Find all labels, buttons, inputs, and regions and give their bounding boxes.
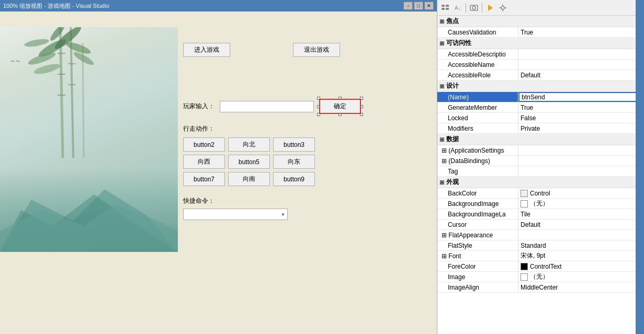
prop-row-flatstyle[interactable]: FlatStyle Standard [437, 240, 644, 251]
prop-value-databindings [518, 156, 644, 166]
prop-name-causesvalidation: CausesValidation [437, 27, 518, 37]
toolbar-separator-1 [466, 3, 466, 13]
prop-row-forecolor[interactable]: ForeColor ControlText [437, 261, 644, 272]
section-expand-design[interactable]: ▣ [439, 83, 444, 89]
title-bar-buttons: － □ ✕ [403, 2, 434, 10]
movement-btn-8[interactable]: button9 [273, 172, 315, 186]
prop-value-cursor: Default [518, 220, 644, 229]
svg-rect-20 [446, 5, 449, 7]
prop-name-flatstyle: FlatStyle [437, 240, 518, 250]
prop-name-accessiblerole: AccessibleRole [437, 70, 518, 80]
categorized-icon [441, 4, 449, 12]
movement-btn-6[interactable]: button7 [183, 172, 225, 186]
prop-name-generatemember: GenerateMember [437, 102, 518, 112]
prop-row-name[interactable]: (Name) btnSend [437, 92, 644, 102]
movement-section: 行走动作： button2 向北 button3 向西 button5 向东 b… [183, 124, 426, 186]
maximize-button[interactable]: □ [414, 2, 423, 10]
birds: 〜 〜 [10, 59, 20, 64]
section-label-focus: 焦点 [446, 17, 459, 26]
close-button[interactable]: ✕ [424, 2, 434, 10]
prop-tool-settings[interactable] [497, 2, 509, 14]
prop-row-causesvalidation[interactable]: CausesValidation True [437, 27, 644, 38]
shortcut-combobox[interactable]: ▼ [183, 209, 288, 220]
prop-tool-screenshot[interactable] [468, 2, 480, 14]
prop-value-flatappearance [518, 230, 644, 240]
movement-btn-7[interactable]: 向南 [228, 172, 270, 186]
forecolor-text: ControlText [530, 263, 562, 270]
prop-row-font[interactable]: ⊞ Font 宋体, 9pt [437, 251, 644, 261]
prop-row-databindings[interactable]: ⊞ (DataBindings) [437, 156, 644, 166]
input-row: 玩家输入： 确定 [183, 99, 426, 114]
prop-row-generatemember[interactable]: GenerateMember True [437, 102, 644, 113]
section-expand-appearance[interactable]: ▣ [439, 179, 444, 185]
prop-tool-categorized[interactable] [439, 2, 451, 14]
svg-text:A↓: A↓ [455, 5, 461, 11]
movement-btn-2[interactable]: button3 [273, 137, 315, 152]
section-label-accessibility: 可访问性 [446, 39, 471, 48]
movement-btn-1[interactable]: 向北 [228, 137, 270, 152]
combobox-arrow-icon: ▼ [281, 212, 285, 217]
minimize-button[interactable]: － [403, 2, 413, 10]
prop-name-image: Image [437, 272, 518, 282]
section-expand-accessibility[interactable]: ▣ [439, 40, 444, 46]
prop-value-image: （无） [518, 272, 644, 282]
confirm-button[interactable]: 确定 [319, 99, 361, 114]
movement-btn-0[interactable]: button2 [183, 137, 225, 152]
prop-row-accessibledescription[interactable]: AccessibleDescriptio [437, 49, 644, 60]
prop-name-accessibledescription: AccessibleDescriptio [437, 49, 518, 59]
svg-point-27 [501, 6, 504, 9]
prop-row-backgroundimagelayout[interactable]: BackgroundImageLa Tile [437, 209, 644, 220]
forecolor-swatch [521, 263, 528, 270]
section-label-data: 数据 [446, 135, 459, 144]
shortcut-label: 快捷命令： [183, 197, 426, 205]
prop-row-imagealign[interactable]: ImageAlign MiddleCenter [437, 282, 644, 293]
svg-point-15 [24, 38, 49, 48]
settings-icon [499, 4, 507, 12]
prop-value-applicationsettings [518, 145, 644, 155]
prop-row-locked[interactable]: Locked False [437, 113, 644, 123]
prop-value-tag [518, 166, 644, 176]
prop-row-accessiblerole[interactable]: AccessibleRole Default [437, 70, 644, 80]
prop-name-imagealign: ImageAlign [437, 282, 518, 292]
section-header-focus: ▣ 焦点 [437, 16, 644, 27]
movement-button-grid: button2 向北 button3 向西 button5 向东 button7… [183, 137, 426, 186]
svg-rect-19 [442, 5, 445, 7]
section-expand-focus[interactable]: ▣ [439, 18, 444, 24]
prop-tool-events[interactable] [484, 2, 496, 14]
section-header-design: ▣ 设计 [437, 80, 644, 92]
prop-row-modifiers[interactable]: Modifiers Private [437, 123, 644, 134]
prop-tool-alphabetical[interactable]: A↓ [452, 2, 464, 14]
movement-label: 行走动作： [183, 124, 426, 133]
top-buttons-row: 进入游戏 退出游戏 [183, 43, 426, 57]
image-text: （无） [530, 272, 549, 281]
exit-game-button[interactable]: 退出游戏 [293, 43, 340, 57]
section-header-appearance: ▣ 外观 [437, 177, 644, 188]
prop-row-applicationsettings[interactable]: ⊞ (ApplicationSettings [437, 145, 644, 156]
prop-row-backgroundimage[interactable]: BackgroundImage （无） [437, 199, 644, 209]
section-expand-data[interactable]: ▣ [439, 136, 444, 142]
prop-name-backgroundimagelayout: BackgroundImageLa [437, 209, 518, 219]
prop-row-flatappearance[interactable]: ⊞ FlatAppearance [437, 230, 644, 240]
player-input[interactable] [220, 101, 314, 112]
prop-name-tag: Tag [437, 166, 518, 176]
movement-btn-4[interactable]: button5 [228, 155, 270, 169]
prop-row-image[interactable]: Image （无） [437, 272, 644, 282]
backcolor-swatch [521, 190, 528, 197]
form-controls: 进入游戏 退出游戏 玩家输入： 确定 [183, 27, 426, 324]
image-swatch [521, 273, 528, 281]
movement-btn-3[interactable]: 向西 [183, 155, 225, 169]
prop-row-cursor[interactable]: Cursor Default [437, 220, 644, 230]
prop-row-accessiblename[interactable]: AccessibleName [437, 60, 644, 70]
prop-row-tag[interactable]: Tag [437, 166, 644, 177]
movement-btn-5[interactable]: 向东 [273, 155, 315, 169]
prop-value-font: 宋体, 9pt [518, 251, 644, 261]
enter-game-button[interactable]: 进入游戏 [183, 43, 230, 57]
prop-value-name: btnSend [518, 92, 644, 102]
section-label-appearance: 外观 [446, 178, 459, 187]
prop-value-flatstyle: Standard [518, 240, 644, 250]
prop-name-name: (Name) [437, 92, 518, 102]
title-text: 100% 缩放视图 - 游戏地图 - Visual Studio [3, 2, 109, 10]
mountain-svg [0, 168, 178, 252]
prop-name-flatappearance: ⊞ FlatAppearance [437, 230, 518, 240]
prop-row-backcolor[interactable]: BackColor Control [437, 188, 644, 199]
